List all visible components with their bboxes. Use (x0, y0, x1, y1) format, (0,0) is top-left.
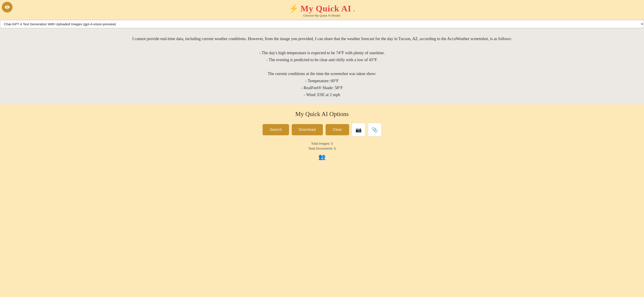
stats-row: Total Images: 0 Total Documents: 0 👥 (308, 142, 336, 160)
bolt-icon: ⚡ (289, 4, 299, 13)
app-title-container: ⚡ My Quick AI . (0, 3, 644, 13)
app-title: My Quick AI (300, 3, 351, 13)
camera-button[interactable]: 📷 (352, 123, 365, 136)
response-area[interactable]: I cannot provide real-time data, includi… (0, 28, 644, 104)
options-title: My Quick AI Options (295, 111, 349, 118)
response-bullet-2: - The evening is predicted to be clear a… (9, 56, 635, 63)
people-icon: 👥 (318, 153, 326, 160)
eye-icon (4, 4, 10, 10)
model-select[interactable]: Chat-GPT 4 Text Generation With Uploaded… (0, 20, 644, 28)
response-bullet-4: - RealFeel® Shade: 58°F (9, 84, 635, 91)
app-subtitle: Choose My Quick AI Model: (0, 14, 644, 17)
model-select-container: Chat-GPT 4 Text Generation With Uploaded… (0, 19, 644, 28)
camera-icon: 📷 (356, 127, 362, 133)
response-bullet-3: - Temperature: 60°F (9, 77, 635, 84)
total-images-stat: Total Images: 0 (311, 142, 333, 145)
title-dot: . (353, 3, 355, 13)
clear-button[interactable]: Clear (326, 124, 349, 135)
options-section: My Quick AI Options Search Download Clea… (0, 104, 644, 164)
download-button[interactable]: Download (292, 124, 323, 135)
paperclip-button[interactable]: 📎 (368, 123, 382, 136)
eye-button[interactable] (2, 2, 12, 12)
search-button[interactable]: Search (262, 124, 289, 135)
response-bullet-1: - The day's high temperature is expected… (9, 49, 635, 56)
response-text: I cannot provide real-time data, includi… (9, 35, 635, 99)
response-paragraph-1: I cannot provide real-time data, includi… (9, 35, 635, 42)
total-documents-stat: Total Documents: 0 (308, 147, 336, 150)
paperclip-icon: 📎 (372, 127, 378, 133)
app-header: ⚡ My Quick AI . Choose My Quick AI Model… (0, 0, 644, 19)
response-paragraph-2: The current conditions at the time the s… (9, 70, 635, 77)
buttons-row: Search Download Clear 📷 📎 (262, 123, 382, 136)
response-bullet-5: - Wind: ESE at 2 mph (9, 91, 635, 98)
